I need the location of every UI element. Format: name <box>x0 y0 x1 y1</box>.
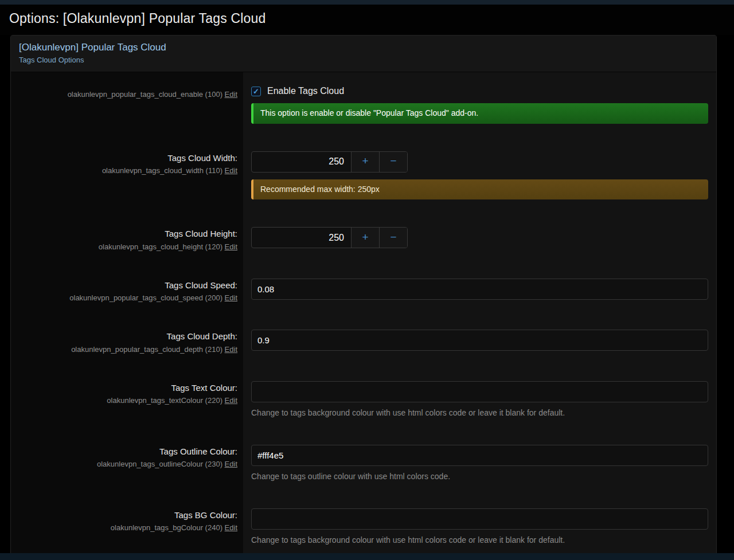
outline-colour-input[interactable] <box>251 445 708 466</box>
option-label: Tags Cloud Height: <box>17 228 237 240</box>
option-label-cell: Tags Text Colour: olakunlevpn_tags_textC… <box>11 369 243 432</box>
option-label-cell: Tags Cloud Width: olakunlevpn_tags_cloud… <box>11 139 243 215</box>
option-label-cell: olakunlevpn_popular_tags_cloud_enable (1… <box>11 72 243 139</box>
bottom-page-strip <box>0 553 734 560</box>
page-title: Options: [Olakunlevpn] Popular Tags Clou… <box>9 11 725 26</box>
height-input[interactable] <box>252 228 351 248</box>
edit-link[interactable]: Edit <box>225 90 237 99</box>
option-row-outline-colour: Tags Outline Colour: olakunlevpn_tags_ou… <box>11 432 716 496</box>
option-control-cell: Change to tags background colour with us… <box>243 496 716 559</box>
option-id: olakunlevpn_tags_bgColour (240) Edit <box>17 523 237 532</box>
edit-link[interactable]: Edit <box>225 166 237 175</box>
option-label: Tags BG Colour: <box>17 510 237 521</box>
option-row-height: Tags Cloud Height: olakunlevpn_tags_clou… <box>11 214 716 266</box>
option-row-speed: Tags Cloud Speed: olakunlevpn_popular_ta… <box>11 266 716 318</box>
option-label: Tags Cloud Speed: <box>17 280 237 291</box>
enable-checkbox[interactable] <box>251 87 261 96</box>
text-colour-input[interactable] <box>251 381 708 402</box>
top-browser-strip <box>0 0 734 5</box>
option-row-depth: Tags Cloud Depth: olakunlevpn_popular_ta… <box>11 317 716 369</box>
warning-notice: Recommended max width: 250px <box>251 179 708 200</box>
options-form: olakunlevpn_popular_tags_cloud_enable (1… <box>11 72 716 559</box>
option-row-enable: olakunlevpn_popular_tags_cloud_enable (1… <box>11 72 716 139</box>
edit-link[interactable]: Edit <box>225 345 237 354</box>
edit-link[interactable]: Edit <box>225 242 237 251</box>
options-panel: [Olakunlevpn] Popular Tags Cloud Tags Cl… <box>10 35 717 560</box>
option-control-cell: Change to tags background colour with us… <box>243 369 716 432</box>
option-id: olakunlevpn_tags_cloud_width (110) Edit <box>17 166 237 175</box>
option-id: olakunlevpn_tags_cloud_height (120) Edit <box>17 242 237 251</box>
option-label-cell: Tags Outline Colour: olakunlevpn_tags_ou… <box>11 432 243 496</box>
option-id: olakunlevpn_popular_tags_cloud_speed (20… <box>17 293 237 302</box>
success-notice: This option is enable or disable "Popula… <box>251 103 708 124</box>
option-id-text: olakunlevpn_tags_cloud_height (120) <box>99 242 222 251</box>
option-control-cell: Change to tags outline colour with use h… <box>243 432 716 496</box>
increment-button[interactable]: + <box>351 228 379 248</box>
option-id-text: olakunlevpn_popular_tags_cloud_speed (20… <box>69 293 222 302</box>
page-header: Options: [Olakunlevpn] Popular Tags Clou… <box>0 5 734 35</box>
option-label: Tags Cloud Depth: <box>17 331 237 342</box>
option-id-text: olakunlevpn_tags_outlineColour (230) <box>97 460 222 468</box>
option-id-text: olakunlevpn_tags_textColour (220) <box>107 396 222 405</box>
speed-input[interactable] <box>251 279 708 300</box>
edit-link[interactable]: Edit <box>225 460 237 468</box>
option-id: olakunlevpn_popular_tags_cloud_depth (21… <box>17 345 237 354</box>
enable-checkbox-line: Enable Tags Cloud <box>251 86 708 96</box>
panel-title-link[interactable]: [Olakunlevpn] Popular Tags Cloud <box>19 42 708 53</box>
option-row-width: Tags Cloud Width: olakunlevpn_tags_cloud… <box>11 139 716 215</box>
option-id: olakunlevpn_popular_tags_cloud_enable (1… <box>17 90 237 99</box>
option-label-cell: Tags Cloud Height: olakunlevpn_tags_clou… <box>11 214 243 266</box>
width-input[interactable] <box>252 152 351 172</box>
enable-checkbox-label: Enable Tags Cloud <box>267 86 344 96</box>
edit-link[interactable]: Edit <box>225 523 237 532</box>
option-id: olakunlevpn_tags_outlineColour (230) Edi… <box>17 460 237 468</box>
option-row-text-colour: Tags Text Colour: olakunlevpn_tags_textC… <box>11 369 716 432</box>
option-hint: Change to tags outline colour with use h… <box>251 472 708 481</box>
option-control-cell: Enable Tags Cloud This option is enable … <box>243 72 716 139</box>
edit-link[interactable]: Edit <box>225 396 237 405</box>
option-hint: Change to tags background colour with us… <box>251 535 708 545</box>
option-hint: Change to tags background colour with us… <box>251 408 708 417</box>
increment-button[interactable]: + <box>351 152 379 172</box>
decrement-button[interactable]: − <box>379 228 407 248</box>
height-spinner: + − <box>251 227 408 248</box>
option-id-text: olakunlevpn_tags_cloud_width (110) <box>102 166 222 175</box>
option-id-text: olakunlevpn_tags_bgColour (240) <box>111 523 222 532</box>
bg-colour-input[interactable] <box>251 508 708 530</box>
option-label-cell: Tags Cloud Depth: olakunlevpn_popular_ta… <box>11 317 243 369</box>
option-control-cell: + − <box>243 214 716 266</box>
edit-link[interactable]: Edit <box>225 293 237 302</box>
option-label-cell: Tags BG Colour: olakunlevpn_tags_bgColou… <box>11 496 243 559</box>
panel-header: [Olakunlevpn] Popular Tags Cloud Tags Cl… <box>11 36 716 72</box>
depth-input[interactable] <box>251 330 708 351</box>
width-spinner: + − <box>251 151 408 173</box>
option-label: Tags Text Colour: <box>17 382 237 394</box>
option-row-bg-colour: Tags BG Colour: olakunlevpn_tags_bgColou… <box>11 496 716 559</box>
option-control-cell <box>243 317 716 369</box>
panel-subtitle-link[interactable]: Tags Cloud Options <box>19 56 708 64</box>
option-label: Tags Cloud Width: <box>17 152 237 164</box>
option-id: olakunlevpn_tags_textColour (220) Edit <box>17 396 237 405</box>
option-id-text: olakunlevpn_popular_tags_cloud_depth (21… <box>71 345 222 354</box>
option-id-text: olakunlevpn_popular_tags_cloud_enable (1… <box>68 90 222 99</box>
option-control-cell: + − Recommended max width: 250px <box>243 139 716 215</box>
option-control-cell <box>243 266 716 318</box>
option-label-cell: Tags Cloud Speed: olakunlevpn_popular_ta… <box>11 266 243 318</box>
decrement-button[interactable]: − <box>379 152 407 172</box>
option-label: Tags Outline Colour: <box>17 446 237 457</box>
